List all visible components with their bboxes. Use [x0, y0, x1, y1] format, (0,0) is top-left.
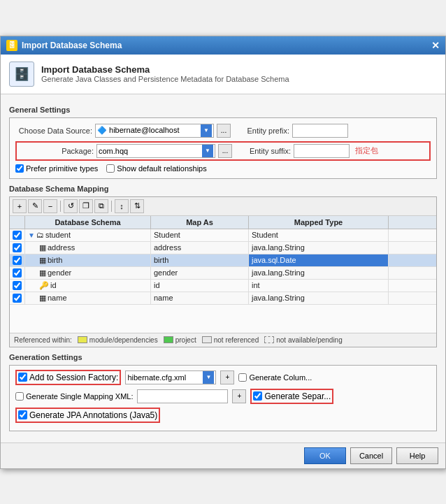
- window-title: Import Database Schema: [22, 41, 122, 50]
- row-check: [10, 229, 25, 241]
- row-type: int: [249, 280, 389, 291]
- session-factory-row: Add to Session Factory: hibernate.cfg.xm…: [15, 370, 431, 385]
- row-check: [10, 267, 25, 279]
- add-session-checkbox[interactable]: [18, 373, 27, 382]
- close-button[interactable]: ✕: [431, 40, 440, 51]
- prefer-primitive-label: Prefer primitive types: [26, 164, 98, 173]
- prefer-primitive-checkbox[interactable]: [15, 164, 24, 173]
- entity-suffix-input[interactable]: [294, 144, 350, 158]
- copy-btn[interactable]: ❐: [79, 199, 93, 213]
- package-row: Package: com.hqq ▼ ... Entity suffix: 指定…: [15, 141, 431, 161]
- db-schema-section: + ✎ − ↺ ❐ ⧉ ↕ ⇅ Database Schema Map As M…: [9, 196, 437, 347]
- generate-colum-item: Generate Colum...: [238, 373, 312, 382]
- col-mapas: Map As: [151, 216, 249, 229]
- legend-module-label: module/dependencies: [89, 336, 158, 344]
- single-mapping-add-btn[interactable]: +: [232, 389, 246, 403]
- remove-btn[interactable]: −: [43, 199, 57, 213]
- legend-project: project: [164, 336, 196, 344]
- single-mapping-label: Generate Single Mapping XML:: [26, 392, 133, 401]
- show-default-item: Show default relationships: [106, 164, 206, 173]
- sort-az-btn[interactable]: ↕: [115, 199, 129, 213]
- dialog-subtitle: Generate Java Classes and Persistence Me…: [41, 75, 289, 83]
- table-body: ▼ 🗂 student Student Student ▦ address: [10, 229, 436, 333]
- table-row[interactable]: ▦ gender gender java.lang.String: [10, 267, 436, 280]
- row-mapas: gender: [151, 267, 249, 279]
- refresh-btn[interactable]: ↺: [64, 199, 78, 213]
- session-add-btn[interactable]: +: [220, 370, 234, 384]
- generate-colum-checkbox[interactable]: [238, 373, 247, 382]
- edit-btn[interactable]: ✎: [28, 199, 42, 213]
- legend: Referenced within: module/dependencies p…: [10, 333, 436, 347]
- legend-not-avail-color: [264, 336, 274, 343]
- gen-settings-label: Generation Settings: [9, 353, 437, 361]
- general-settings-label: General Settings: [9, 106, 437, 114]
- row-schema: ▼ 🗂 student: [25, 229, 151, 241]
- generate-separ-checkbox[interactable]: [253, 391, 262, 401]
- row-mapas: address: [151, 242, 249, 254]
- legend-not-ref-color: [202, 336, 212, 343]
- show-default-label: Show default relationships: [117, 164, 206, 173]
- row-check: [10, 242, 25, 254]
- entity-prefix-input[interactable]: [292, 124, 348, 138]
- row-check: [10, 254, 25, 266]
- dialog-body: General Settings Choose Data Source: 🔷 h…: [1, 94, 445, 442]
- datasource-value: 🔷 hibernate@localhost: [97, 126, 180, 135]
- entity-suffix-label: Entity suffix:: [235, 147, 291, 155]
- package-dropdown[interactable]: com.hqq ▼: [96, 144, 215, 158]
- sep1: [60, 201, 61, 212]
- header-icon: 🗄️: [9, 62, 34, 87]
- ok-button[interactable]: OK: [304, 447, 346, 464]
- db-schema-label: Database Schema Mapping: [9, 185, 437, 193]
- table-row[interactable]: ▼ 🗂 student Student Student: [10, 229, 436, 242]
- help-button[interactable]: Help: [396, 447, 438, 464]
- cancel-button[interactable]: Cancel: [350, 447, 392, 464]
- package-label: Package:: [18, 147, 94, 155]
- sep2: [111, 201, 112, 212]
- table-row[interactable]: 🔑 id id int: [10, 280, 436, 292]
- table-row[interactable]: ▦ name name java.lang.String: [10, 292, 436, 305]
- title-bar: 🗄 Import Database Schema ✕: [1, 36, 445, 55]
- add-session-label: Add to Session Factory:: [29, 373, 118, 382]
- generate-colum-label: Generate Colum...: [249, 373, 312, 382]
- row-type: java.lang.String: [249, 242, 389, 254]
- row-mapas: birth: [151, 254, 249, 266]
- sort-za-btn[interactable]: ⇅: [130, 199, 144, 213]
- generate-separ-highlighted: Generate Separ...: [250, 389, 333, 404]
- single-mapping-item: Generate Single Mapping XML:: [15, 392, 133, 401]
- package-arrow: ▼: [202, 145, 213, 157]
- session-factory-highlighted: Add to Session Factory:: [15, 370, 121, 385]
- session-dropdown[interactable]: hibernate.cfg.xml ▼: [125, 370, 216, 384]
- legend-ref-label: Referenced within:: [14, 336, 72, 344]
- legend-project-label: project: [175, 336, 196, 344]
- row-schema: ▦ name: [25, 292, 151, 304]
- datasource-label: Choose Data Source:: [15, 127, 92, 135]
- window-icon: 🗄: [6, 40, 17, 51]
- gen-settings-section: Add to Session Factory: hibernate.cfg.xm…: [9, 365, 437, 431]
- single-mapping-checkbox[interactable]: [15, 392, 24, 401]
- datasource-dropdown[interactable]: 🔷 hibernate@localhost ▼: [95, 124, 214, 138]
- generate-jpa-checkbox[interactable]: [18, 410, 27, 419]
- legend-not-avail-label: not available/pending: [276, 336, 343, 344]
- row-type: java.sql.Date: [249, 254, 389, 266]
- dialog-header: 🗄️ Import Database Schema Generate Java …: [1, 55, 445, 94]
- row-mapas: name: [151, 292, 249, 304]
- session-arrow: ▼: [203, 371, 214, 384]
- table-row[interactable]: ▦ birth birth java.sql.Date: [10, 254, 436, 267]
- row-schema: ▦ gender: [25, 267, 151, 279]
- single-mapping-input[interactable]: [137, 389, 228, 403]
- legend-not-avail: not available/pending: [264, 336, 343, 344]
- header-text: Import Database Schema Generate Java Cla…: [41, 64, 289, 83]
- show-default-checkbox[interactable]: [106, 164, 115, 173]
- legend-project-color: [164, 336, 173, 343]
- row-type: Student: [249, 229, 389, 241]
- checkboxes-row: Prefer primitive types Show default rela…: [15, 164, 431, 173]
- datasource-btn[interactable]: ...: [217, 124, 231, 138]
- table-row[interactable]: ▦ address address java.lang.String: [10, 242, 436, 254]
- title-bar-left: 🗄 Import Database Schema: [6, 40, 122, 51]
- legend-not-ref-label: not referenced: [214, 336, 259, 344]
- schema-toolbar: + ✎ − ↺ ❐ ⧉ ↕ ⇅: [10, 197, 436, 216]
- paste-btn[interactable]: ⧉: [94, 199, 108, 213]
- package-btn[interactable]: ...: [218, 144, 232, 158]
- add-btn[interactable]: +: [13, 199, 27, 213]
- legend-module-color: [78, 336, 87, 343]
